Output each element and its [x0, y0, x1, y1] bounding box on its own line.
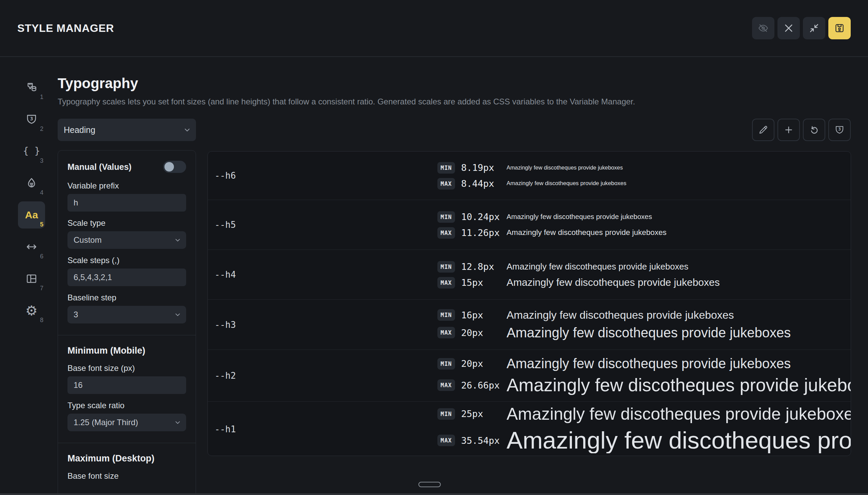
min-value: 12.8px: [461, 261, 507, 272]
app-title: STYLE MANAGER: [17, 22, 114, 35]
html-icon: 3: [25, 113, 38, 126]
scale-type-select[interactable]: Custom: [67, 231, 186, 249]
manual-values-toggle[interactable]: [163, 161, 186, 173]
min-line: MIN25pxAmazingly few discotheques provid…: [437, 405, 851, 423]
sidebar-item-variables[interactable]: { }3: [18, 138, 45, 165]
max-value: 20px: [461, 327, 507, 338]
min-preview-text: Amazingly few discotheques provide jukeb…: [507, 262, 688, 272]
min-value: 20px: [461, 358, 507, 369]
save-button[interactable]: [828, 17, 851, 39]
css-variable-name: --h2: [215, 371, 437, 381]
max-badge: MAX: [437, 434, 455, 446]
css-variable-name: --h6: [215, 171, 437, 181]
row-lines: MIN25pxAmazingly few discotheques provid…: [437, 405, 851, 454]
drag-handle[interactable]: [419, 482, 441, 487]
scale-toolbar: 3: [752, 119, 851, 141]
scale-row: --h6MIN8.19pxAmazingly few discotheques …: [208, 152, 851, 200]
undo-button[interactable]: [803, 119, 825, 141]
undo-icon: [809, 124, 819, 135]
max-value: 11.26px: [461, 227, 507, 238]
min-badge: MIN: [437, 358, 455, 370]
css-variable-name: --h3: [215, 320, 437, 330]
baseline-step-label: Baseline step: [67, 293, 186, 303]
max-preview-text: Amazingly few discotheques provide jukeb…: [507, 325, 791, 340]
sidebar-item-layouts[interactable]: 7: [18, 265, 45, 292]
toggle-visibility-button[interactable]: [752, 17, 775, 39]
max-line: MAX11.26pxAmazingly few discotheques pro…: [437, 227, 851, 239]
collapse-button[interactable]: [803, 17, 825, 39]
spacing-icon: [25, 240, 38, 253]
titlebar: STYLE MANAGER: [0, 0, 868, 57]
min-value: 16px: [461, 310, 507, 320]
minimum-mobile-section: Minimum (Mobile) Base font size (px) Typ…: [58, 335, 195, 443]
plus-icon: [783, 124, 794, 135]
sidebar-item-html[interactable]: 32: [18, 106, 45, 133]
css-variable-name: --h1: [215, 424, 437, 434]
sidebar-item-number: 2: [40, 125, 44, 133]
row-lines: MIN8.19pxAmazingly few discotheques prov…: [437, 162, 851, 189]
maximum-desktop-heading: Maximum (Desktop): [67, 453, 186, 464]
sidebar-item-typography[interactable]: Aa5: [18, 201, 45, 228]
scale-row: --h3MIN16pxAmazingly few discotheques pr…: [208, 300, 851, 349]
type-scale-ratio-select[interactable]: 1.25 (Major Third): [67, 414, 186, 431]
sidebar-item-colors[interactable]: 4: [18, 170, 45, 197]
sidebar-item-number: 3: [40, 157, 44, 165]
html-preview-button[interactable]: 3: [828, 119, 851, 141]
min-badge: MIN: [437, 309, 455, 321]
scale-row: --h2MIN20pxAmazingly few discotheques pr…: [208, 349, 851, 402]
variables-icon: { }: [23, 147, 40, 156]
min-badge: MIN: [437, 211, 455, 223]
variable-prefix-input[interactable]: [67, 194, 186, 211]
sidebar-item-number: 7: [40, 285, 44, 292]
max-badge: MAX: [437, 277, 455, 289]
page-description: Typography scales lets you set font size…: [58, 97, 635, 106]
type-scale-ratio-label: Type scale ratio: [67, 401, 186, 410]
max-value: 26.66px: [461, 380, 507, 391]
sidebar-item-number: 6: [40, 253, 44, 260]
min-base-font-size-input[interactable]: [67, 376, 186, 394]
row-lines: MIN16pxAmazingly few discotheques provid…: [437, 309, 851, 340]
max-line: MAX20pxAmazingly few discotheques provid…: [437, 325, 851, 340]
max-line: MAX26.66pxAmazingly few discotheques pro…: [437, 375, 851, 395]
pencil-icon: [758, 124, 769, 135]
min-value: 8.19px: [461, 163, 507, 173]
sidebar-item-number: 8: [40, 317, 44, 324]
minimum-mobile-heading: Minimum (Mobile): [67, 345, 186, 356]
settings-panel: Manual (Values) Variable prefix Scale ty…: [58, 150, 196, 495]
min-preview-text: Amazingly few discotheques provide jukeb…: [507, 165, 623, 171]
bottom-edge: [0, 493, 868, 495]
svg-text:3: 3: [30, 116, 33, 121]
max-value: 8.44px: [461, 178, 507, 189]
scale-settings-section: Manual (Values) Variable prefix Scale ty…: [58, 151, 195, 335]
shield-3-icon: 3: [834, 124, 845, 135]
edit-button[interactable]: [752, 119, 775, 141]
add-scale-button[interactable]: [778, 119, 800, 141]
min-line: MIN16pxAmazingly few discotheques provid…: [437, 309, 851, 321]
typography-icon: Aa: [25, 210, 38, 220]
scale-steps-label: Scale steps (,): [67, 256, 186, 265]
min-value: 25px: [461, 409, 507, 419]
min-badge: MIN: [437, 162, 455, 174]
layouts-icon: [25, 272, 38, 285]
min-value: 10.24px: [461, 211, 507, 222]
max-value: 35.54px: [461, 435, 507, 446]
scale-row: --h1MIN25pxAmazingly few discotheques pr…: [208, 402, 851, 456]
sidebar-item-settings[interactable]: ⚙8: [18, 297, 45, 324]
scale-group-select[interactable]: Heading: [58, 119, 196, 141]
min-badge: MIN: [437, 261, 455, 273]
sidebar-item-styles[interactable]: 1: [18, 74, 45, 101]
min-preview-text: Amazingly few discotheques provide jukeb…: [507, 213, 652, 220]
css-variable-name: --h5: [215, 220, 437, 230]
scale-group-select-value: Heading: [64, 125, 95, 135]
maximum-desktop-section: Maximum (Desktop) Base font size: [58, 443, 195, 495]
min-line: MIN10.24pxAmazingly few discotheques pro…: [437, 211, 851, 223]
baseline-step-select[interactable]: 3: [67, 306, 186, 323]
min-badge: MIN: [437, 408, 455, 420]
colors-icon: [25, 177, 38, 189]
sidebar-item-spacing[interactable]: 6: [18, 233, 45, 260]
scale-steps-input[interactable]: [67, 269, 186, 286]
max-badge: MAX: [437, 327, 455, 338]
max-preview-text: Amazingly few discotheques provide jukeb…: [507, 277, 720, 288]
close-button[interactable]: [778, 17, 800, 39]
min-preview-text: Amazingly few discotheques provide jukeb…: [507, 405, 851, 423]
